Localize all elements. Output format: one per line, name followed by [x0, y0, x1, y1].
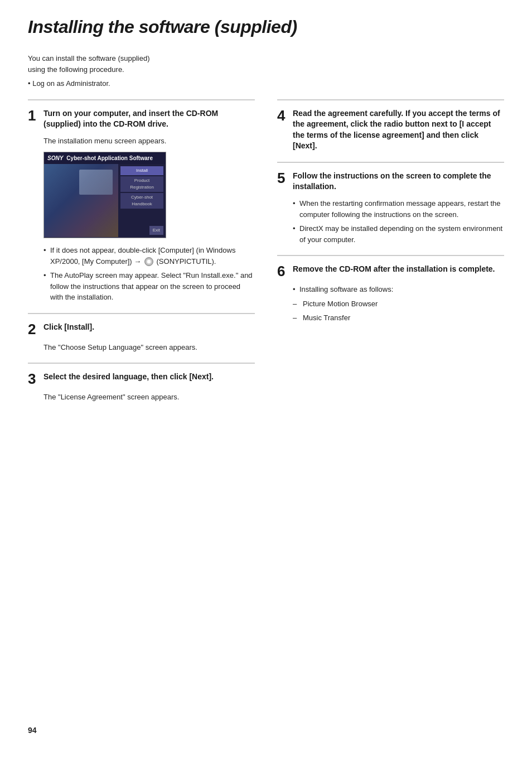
step-2-header: 2 Click [Install]. [28, 322, 255, 336]
step-5-bullet-1: When the restarting confirmation message… [293, 198, 504, 220]
step-2-intro: The "Choose Setup Language" screen appea… [43, 342, 255, 353]
step-4-header: 4 Read the agreement carefully. If you a… [277, 108, 504, 152]
step-1-body: The installation menu screen appears. SO… [28, 136, 255, 303]
step-2-body: The "Choose Setup Language" screen appea… [28, 342, 255, 353]
cdrom-menu-handbook: Cyber-shot Handbook [120, 193, 163, 209]
step-5-body: When the restarting confirmation message… [277, 198, 504, 245]
step-6-body: Installing software as follows: Picture … [277, 284, 504, 324]
cdrom-app-title: Cyber-shot Application Software [66, 154, 153, 162]
main-layout: 1 Turn on your computer, and insert the … [28, 99, 504, 413]
step-3-body: The "License Agreement" screen appears. [28, 392, 255, 403]
step-4: 4 Read the agreement carefully. If you a… [277, 99, 504, 152]
step-1-title: Turn on your computer, and insert the CD… [43, 108, 255, 130]
step-1-header: 1 Turn on your computer, and insert the … [28, 108, 255, 130]
step-6-bullet-1: Installing software as follows: [293, 284, 504, 295]
step-1-bullet-1: If it does not appear, double-click [Com… [43, 245, 255, 267]
step-4-title: Read the agreement carefully. If you acc… [293, 108, 504, 152]
step-6-bullets: Installing software as follows: Picture … [293, 284, 504, 324]
cdrom-exit: Exit [149, 226, 163, 235]
step-2-title: Click [Install]. [43, 322, 94, 333]
step-6-title: Remove the CD-ROM after the installation… [293, 264, 495, 275]
cdrom-sidebar: Install Product Registration Cyber-shot … [118, 164, 166, 237]
step-5: 5 Follow the instructions on the screen … [277, 162, 504, 245]
cdrom-menu-registration: Product Registration [120, 176, 163, 192]
cdrom-content: Install Product Registration Cyber-shot … [44, 164, 166, 237]
step-3-header: 3 Select the desired language, then clic… [28, 372, 255, 386]
cd-icon [144, 257, 153, 266]
step-6-header: 6 Remove the CD-ROM after the installati… [277, 264, 504, 278]
step-3-title: Select the desired language, then click … [43, 372, 214, 383]
step-3: 3 Select the desired language, then clic… [28, 363, 255, 403]
step-6: 6 Remove the CD-ROM after the installati… [277, 255, 504, 324]
step-6-sub-1: Picture Motion Browser [293, 298, 504, 310]
intro-bullet: • Log on as Administrator. [28, 78, 504, 89]
sony-logo: SONY [47, 154, 63, 162]
step-5-bullets: When the restarting confirmation message… [293, 198, 504, 245]
step-3-intro: The "License Agreement" screen appears. [43, 392, 255, 403]
step-5-bullet-2: DirectX may be installed depending on th… [293, 223, 504, 245]
step-1: 1 Turn on your computer, and insert the … [28, 99, 255, 303]
cdrom-menu-install: Install [120, 166, 163, 175]
cdrom-screenshot: SONY Cyber-shot Application Software Ins… [43, 152, 166, 238]
intro-line1: You can install the software (supplied) … [28, 53, 504, 75]
step-1-number: 1 [28, 108, 39, 123]
step-5-number: 5 [277, 171, 288, 185]
left-column: 1 Turn on your computer, and insert the … [28, 99, 255, 413]
step-5-title: Follow the instructions on the screen to… [293, 171, 504, 192]
cdrom-images-area [44, 164, 118, 237]
right-column: 4 Read the agreement carefully. If you a… [277, 99, 504, 334]
step-2: 2 Click [Install]. The "Choose Setup Lan… [28, 313, 255, 353]
page-number: 94 [28, 726, 37, 735]
step-3-number: 3 [28, 372, 39, 386]
step-4-number: 4 [277, 108, 288, 123]
step-6-sub-2: Music Transfer [293, 312, 504, 324]
step-1-bullets: If it does not appear, double-click [Com… [43, 245, 255, 303]
page-title: Installing the software (supplied) [28, 17, 504, 37]
step-1-intro: The installation menu screen appears. [43, 136, 255, 147]
cdrom-title-bar: SONY Cyber-shot Application Software [44, 152, 166, 164]
step-5-header: 5 Follow the instructions on the screen … [277, 171, 504, 192]
step-1-bullet-2: The AutoPlay screen may appear. Select "… [43, 270, 255, 303]
step-6-number: 6 [277, 264, 288, 278]
step-2-number: 2 [28, 322, 39, 336]
